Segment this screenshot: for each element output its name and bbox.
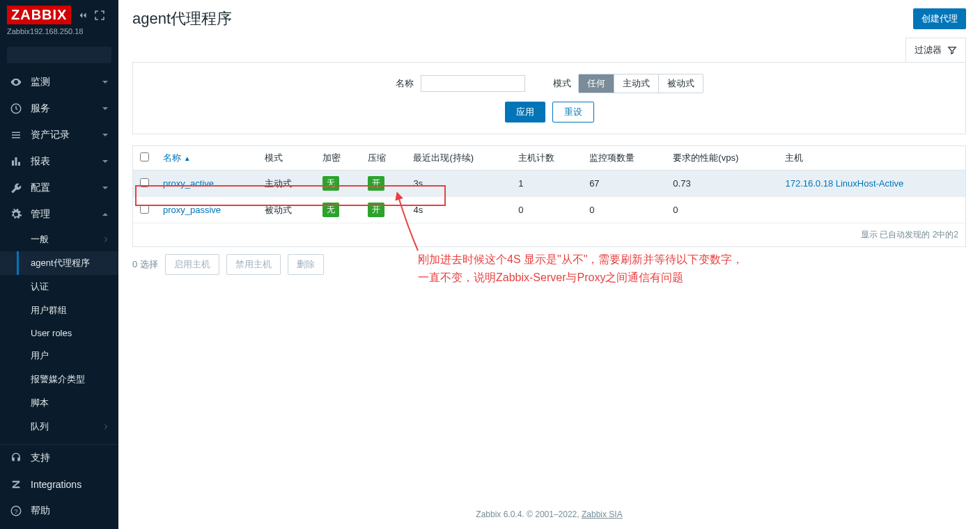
- list-icon: [10, 129, 22, 141]
- filter-toggle[interactable]: 过滤器: [905, 38, 966, 62]
- col-encrypt: 加密: [316, 146, 361, 171]
- col-items: 监控项数量: [582, 146, 666, 171]
- sidebar-header: ZABBIX Zabbix192.168.250.18: [0, 0, 118, 41]
- filter-name-label: 名称: [396, 77, 414, 90]
- col-name[interactable]: 名称 ▲: [156, 146, 258, 171]
- sub-queue[interactable]: 队列: [0, 415, 118, 439]
- filter-panel: 名称 模式 任何 主动式 被动式 应用 重设: [132, 62, 966, 134]
- nav-label: 帮助: [31, 505, 109, 517]
- cell-items: 67: [582, 171, 666, 197]
- proxy-name-link[interactable]: proxy_active: [163, 178, 214, 189]
- col-host-link: 主机: [778, 146, 965, 171]
- sub-auth[interactable]: 认证: [0, 275, 118, 299]
- page-footer: Zabbix 6.0.4. © 2001–2022, Zabbix SIA: [118, 500, 980, 529]
- filter-name-group: 名称: [396, 75, 525, 92]
- col-age: 最近出现(持续): [406, 146, 511, 171]
- proxy-name-link[interactable]: proxy_passive: [163, 205, 221, 215]
- enable-hosts-button[interactable]: 启用主机: [165, 254, 219, 275]
- page-header: agent代理程序 创建代理: [118, 0, 980, 38]
- page-title: agent代理程序: [132, 8, 232, 29]
- nav-admin[interactable]: 管理: [0, 201, 118, 228]
- chevron-down-icon: [102, 158, 109, 165]
- disable-hosts-button[interactable]: 禁用主机: [226, 254, 281, 275]
- eye-icon: [10, 76, 22, 88]
- filter-mode-label: 模式: [553, 77, 571, 90]
- chevron-right-icon: [103, 237, 109, 242]
- col-vps: 要求的性能(vps): [666, 146, 778, 171]
- nav-label: 监测: [31, 76, 102, 88]
- gear-icon: [10, 208, 22, 221]
- headset-icon: [10, 452, 22, 464]
- nav-integrations[interactable]: Integrations: [0, 471, 118, 498]
- search-input[interactable]: [11, 50, 128, 61]
- mode-active[interactable]: 主动式: [614, 74, 659, 93]
- nav-help[interactable]: ? 帮助: [0, 498, 118, 524]
- chevron-down-icon: [102, 132, 109, 139]
- zabbix-logo[interactable]: ZABBIX: [7, 6, 71, 24]
- main: agent代理程序 创建代理 过滤器 名称 模式 任何 主动式: [118, 0, 980, 529]
- nav-label: Integrations: [31, 479, 109, 490]
- compress-badge: 开: [368, 176, 384, 191]
- nav-admin-sub: 一般 agent代理程序 认证 用户群组 User roles 用户 报警媒介类…: [0, 228, 118, 439]
- help-icon: ?: [10, 505, 22, 517]
- nav-config[interactable]: 配置: [0, 175, 118, 201]
- select-all-header: [133, 146, 156, 171]
- sub-scripts[interactable]: 脚本: [0, 391, 118, 415]
- proxy-table: 名称 ▲ 模式 加密 压缩 最近出现(持续) 主机计数 监控项数量 要求的性能(…: [132, 145, 966, 247]
- col-mode: 模式: [258, 146, 316, 171]
- cell-age: 3s: [406, 171, 511, 197]
- sub-user-roles[interactable]: User roles: [0, 322, 118, 344]
- nav-support[interactable]: 支持: [0, 445, 118, 471]
- collapse-icon[interactable]: [77, 9, 89, 22]
- mode-passive[interactable]: 被动式: [659, 74, 703, 93]
- bulk-actions: 0 选择 启用主机 禁用主机 删除: [118, 247, 980, 282]
- apply-button[interactable]: 应用: [505, 102, 545, 123]
- footer-link[interactable]: Zabbix SIA: [582, 510, 623, 519]
- nav-services[interactable]: 服务: [0, 95, 118, 122]
- nav-label: 管理: [31, 208, 102, 221]
- server-info: Zabbix192.168.250.18: [7, 27, 111, 35]
- filter-label: 过滤器: [915, 44, 942, 56]
- row-checkbox[interactable]: [140, 178, 149, 187]
- table-row: proxy_active 主动式 无 开 3s 1 67 0.73 172.16…: [133, 171, 965, 197]
- chevron-right-icon: [103, 424, 109, 429]
- table-footer: 显示 已自动发现的 2中的2: [133, 223, 965, 246]
- sub-general[interactable]: 一般: [0, 228, 118, 251]
- encrypt-badge: 无: [322, 203, 339, 217]
- z-icon: [10, 478, 22, 491]
- nav-label: 报表: [31, 155, 102, 168]
- filter-icon: [947, 45, 957, 55]
- cell-mode: 主动式: [258, 171, 316, 197]
- delete-button[interactable]: 删除: [288, 254, 324, 275]
- nav-bottom: 支持 Integrations ? 帮助: [0, 444, 118, 524]
- cell-vps: 0.73: [666, 171, 778, 197]
- sub-users[interactable]: 用户: [0, 344, 118, 368]
- mode-any[interactable]: 任何: [579, 74, 614, 93]
- nav-label: 服务: [31, 102, 102, 115]
- row-checkbox[interactable]: [140, 205, 149, 214]
- nav-inventory[interactable]: 资产记录: [0, 122, 118, 148]
- sub-user-groups[interactable]: 用户群组: [0, 299, 118, 322]
- cell-mode: 被动式: [258, 197, 316, 223]
- reset-button[interactable]: 重设: [552, 102, 594, 123]
- sidebar: ZABBIX Zabbix192.168.250.18 监测 服务: [0, 0, 118, 529]
- sub-media-types[interactable]: 报警媒介类型: [0, 368, 118, 391]
- fullscreen-icon[interactable]: [93, 9, 106, 22]
- selected-count: 0 选择: [132, 258, 158, 271]
- sub-proxies[interactable]: agent代理程序: [0, 251, 118, 275]
- nav-reports[interactable]: 报表: [0, 148, 118, 175]
- nav-monitoring[interactable]: 监测: [0, 69, 118, 95]
- select-all-checkbox[interactable]: [140, 152, 149, 161]
- host-link[interactable]: 172.16.0.18 LinuxHost-Active: [785, 178, 903, 189]
- filter-name-input[interactable]: [421, 75, 525, 92]
- create-proxy-button[interactable]: 创建代理: [913, 8, 966, 29]
- cell-hosts: 1: [511, 171, 582, 197]
- cell-age: 4s: [406, 197, 511, 223]
- chevron-up-icon: [102, 211, 109, 218]
- cell-items: 0: [582, 197, 666, 223]
- filter-bar: 过滤器: [118, 38, 980, 62]
- search-box[interactable]: [7, 47, 111, 63]
- chevron-down-icon: [102, 79, 109, 86]
- logo-row: ZABBIX: [7, 6, 111, 24]
- clock-icon: [10, 102, 22, 115]
